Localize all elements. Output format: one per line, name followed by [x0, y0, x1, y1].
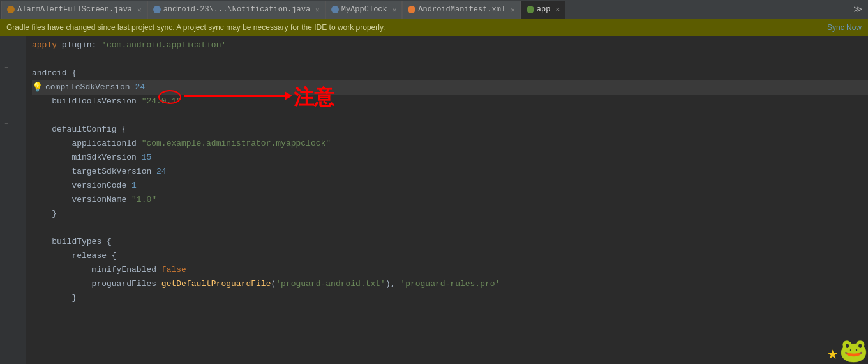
- java-file-icon: [7, 6, 15, 13]
- tab-more-button[interactable]: ≫: [848, 4, 868, 15]
- tab-androidmanifest-close[interactable]: ✕: [511, 6, 515, 14]
- tab-app[interactable]: app ✕: [521, 1, 565, 19]
- lightbulb-icon: 💡: [32, 80, 43, 95]
- notification-message: Gradle files have changed since last pro…: [6, 23, 385, 32]
- tab-notification-label: android-23\...\Notification.java: [163, 5, 310, 14]
- tab-myappclock-close[interactable]: ✕: [393, 6, 397, 14]
- tab-alarm[interactable]: AlarmAlertFullScreen.java ✕: [1, 1, 147, 19]
- character-decoration: 🐸: [839, 337, 868, 364]
- code-line-4: 💡 compileSdkVersion 24: [32, 80, 868, 95]
- keyword-apply: apply: [32, 38, 57, 52]
- tab-alarm-label: AlarmAlertFullScreen.java: [17, 5, 132, 14]
- java-file-icon-2: [153, 6, 161, 13]
- tab-bar: AlarmAlertFullScreen.java ✕ android-23\.…: [0, 0, 868, 19]
- editor-area: − − − − apply plugin: 'com.android.appli…: [0, 36, 868, 364]
- fold-buildtypes-block[interactable]: −: [3, 232, 10, 240]
- tab-androidmanifest-label: AndroidManifest.xml: [418, 5, 505, 14]
- fold-android-block[interactable]: −: [3, 64, 10, 72]
- tab-androidmanifest[interactable]: AndroidManifest.xml ✕: [402, 1, 520, 19]
- notification-bar: Gradle files have changed since last pro…: [0, 19, 868, 36]
- tab-myappclock-label: MyAppClock: [341, 5, 387, 14]
- code-line-12: versionName "1.0": [32, 193, 868, 207]
- bottom-decorations: ★ 🐸: [827, 337, 868, 364]
- code-line-16: release {: [32, 249, 868, 263]
- gradle-file-icon: [527, 6, 534, 13]
- tab-notification[interactable]: android-23\...\Notification.java ✕: [147, 1, 326, 19]
- code-line-13: }: [32, 207, 868, 221]
- fold-release-block[interactable]: −: [3, 246, 10, 254]
- myappclock-icon: [331, 6, 339, 13]
- star-decoration: ★: [827, 342, 838, 364]
- code-line-3: android {: [32, 66, 868, 80]
- tab-myappclock[interactable]: MyAppClock ✕: [326, 1, 403, 19]
- tab-app-label: app: [537, 5, 551, 14]
- tab-notification-close[interactable]: ✕: [315, 6, 320, 14]
- code-line-18: proguardFiles getDefaultProguardFile ( '…: [32, 277, 868, 291]
- code-line-8: applicationId "com.example.administrator…: [32, 137, 868, 151]
- code-line-2: [32, 52, 868, 66]
- sync-now-link[interactable]: Sync Now: [827, 23, 862, 32]
- code-line-15: buildTypes {: [32, 235, 868, 249]
- xml-file-icon: [408, 6, 415, 13]
- code-line-9: minSdkVersion 15: [32, 151, 868, 165]
- code-line-10: targetSdkVersion 24: [32, 165, 868, 179]
- code-line-11: versionCode 1: [32, 179, 868, 193]
- tab-app-close[interactable]: ✕: [555, 5, 560, 13]
- code-line-1: apply plugin: 'com.android.application': [32, 38, 868, 52]
- tab-alarm-close[interactable]: ✕: [137, 6, 142, 14]
- code-line-7: defaultConfig {: [32, 123, 868, 137]
- code-line-6: [32, 109, 868, 123]
- code-line-19: }: [32, 291, 868, 305]
- code-editor: apply plugin: 'com.android.application' …: [26, 36, 868, 364]
- code-line-5: buildToolsVersion "24.0.1": [32, 95, 868, 109]
- code-line-17: minifyEnabled false: [32, 263, 868, 277]
- code-line-14: [32, 221, 868, 235]
- fold-defaultconfig-block[interactable]: −: [3, 120, 10, 128]
- line-gutter: − − − −: [0, 36, 26, 364]
